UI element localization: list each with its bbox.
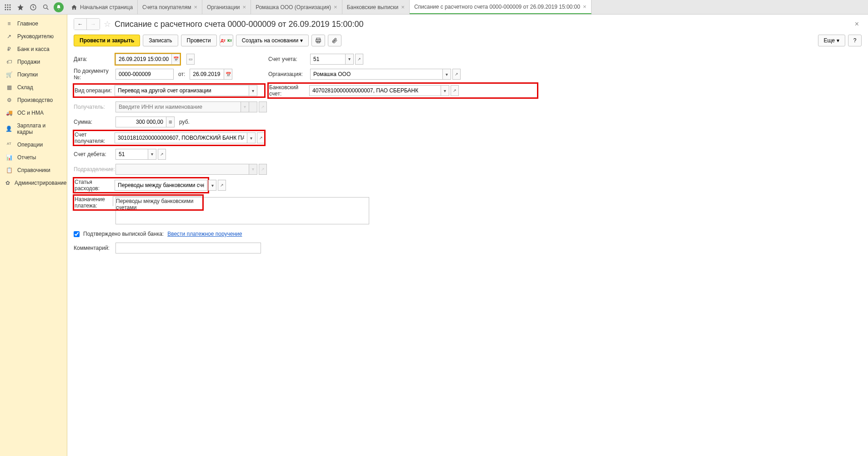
currency-label: руб. — [179, 119, 190, 125]
notifications-icon[interactable] — [53, 1, 65, 13]
dt-kt-button[interactable]: ДтКт — [220, 35, 233, 46]
dropdown-icon[interactable] — [208, 180, 216, 191]
dropdown-icon — [241, 101, 249, 112]
sidebar-item-production[interactable]: ⚙Производство — [0, 94, 67, 106]
star-icon[interactable] — [15, 1, 26, 13]
sidebar-item-assets[interactable]: 🚚ОС и НМА — [0, 106, 67, 119]
expense-buttons — [208, 180, 226, 191]
close-icon[interactable]: × — [401, 4, 405, 10]
comment-label: Комментарий: — [74, 245, 114, 251]
sidebar-item-purchases[interactable]: 🛒Покупки — [0, 68, 67, 81]
tab-label: Начальная страница — [80, 4, 133, 10]
svg-point-3 — [5, 6, 6, 8]
svg-point-4 — [7, 6, 9, 8]
attach-button[interactable] — [328, 35, 341, 46]
tab-document[interactable]: Списание с расчетного счета 0000-000009 … — [410, 0, 592, 14]
sidebar-item-salary[interactable]: 👤Зарплата и кадры — [0, 119, 67, 138]
at-icon: ᴬᵀ — [5, 142, 13, 148]
open-icon[interactable] — [158, 149, 166, 160]
forward-button[interactable]: → — [87, 19, 100, 30]
debit-input-group — [115, 149, 166, 160]
chevron-down-icon: ▾ — [837, 37, 839, 44]
search-icon[interactable] — [40, 1, 52, 13]
menu-icon: ≡ — [5, 20, 13, 27]
sidebar-item-manager[interactable]: ↗Руководителю — [0, 30, 67, 43]
sidebar-item-label: Продажи — [17, 59, 40, 65]
operation-input[interactable] — [115, 85, 249, 96]
dropdown-icon[interactable] — [148, 149, 156, 160]
history-icon[interactable] — [27, 1, 39, 13]
close-icon[interactable]: × — [194, 4, 197, 10]
ruble-icon: ₽ — [5, 46, 13, 52]
close-icon[interactable]: × — [334, 4, 337, 10]
open-icon[interactable] — [452, 69, 461, 80]
print-button[interactable] — [311, 35, 325, 46]
tab-home[interactable]: Начальная страница — [66, 0, 138, 14]
post-close-button[interactable]: Провести и закрыть — [74, 35, 140, 46]
comment-input[interactable] — [115, 243, 261, 253]
account-input-group — [310, 54, 363, 65]
tab-bank-statements[interactable]: Банковские выписки × — [342, 0, 410, 14]
close-icon[interactable]: × — [243, 4, 246, 10]
sidebar-item-sales[interactable]: 🏷Продажи — [0, 56, 67, 68]
close-icon[interactable]: × — [583, 3, 587, 10]
rcv-acc-input[interactable] — [115, 132, 247, 143]
org-input[interactable] — [310, 69, 443, 80]
rcv-acc-label: Счет получателя: — [75, 132, 113, 144]
confirm-checkbox[interactable] — [74, 231, 80, 237]
docnum-input-group — [115, 69, 174, 80]
dropdown-icon[interactable] — [247, 132, 256, 143]
sidebar-item-label: Операции — [17, 142, 43, 148]
payment-order-link[interactable]: Ввести платежное поручение — [167, 231, 242, 237]
sidebar-item-operations[interactable]: ᴬᵀОперации — [0, 138, 67, 151]
svg-point-6 — [5, 9, 6, 10]
dropdown-icon[interactable] — [441, 85, 449, 96]
sidebar-item-main[interactable]: ≡Главное — [0, 17, 67, 30]
sidebar-item-catalogs[interactable]: 📋Справочники — [0, 164, 67, 177]
sum-input[interactable] — [115, 117, 166, 127]
open-icon[interactable] — [257, 132, 265, 143]
create-based-button[interactable]: Создать на основании ▾ — [236, 35, 309, 46]
calc-icon[interactable] — [166, 117, 175, 127]
calendar-icon[interactable] — [172, 54, 180, 65]
sidebar-item-reports[interactable]: 📊Отчеты — [0, 151, 67, 164]
dropdown-icon[interactable] — [249, 85, 257, 96]
apps-icon[interactable] — [2, 1, 14, 13]
sum-input-group — [115, 117, 175, 127]
docdate-input[interactable] — [190, 69, 224, 80]
settings-icon: ✿ — [5, 180, 10, 186]
favorite-icon[interactable]: ☆ — [104, 19, 111, 29]
tab-organizations[interactable]: Организации × — [202, 0, 251, 14]
account-input[interactable] — [310, 54, 346, 65]
bank-input[interactable] — [309, 85, 441, 96]
sidebar-item-label: Администрирование — [15, 180, 66, 186]
expense-input[interactable] — [115, 180, 207, 191]
recipient-label: Получатель: — [74, 104, 114, 110]
post-button[interactable]: Провести — [181, 35, 217, 46]
dropdown-icon[interactable] — [346, 54, 354, 65]
back-button[interactable]: ← — [74, 19, 87, 30]
dept-label: Подразделение: — [74, 166, 114, 172]
calendar-icon[interactable] — [224, 69, 232, 80]
tab-invoices[interactable]: Счета покупателям × — [138, 0, 202, 14]
debit-input[interactable] — [115, 149, 148, 160]
close-doc-button[interactable]: × — [852, 20, 862, 28]
save-button[interactable]: Записать — [143, 35, 178, 46]
dropdown-icon[interactable] — [443, 69, 451, 80]
open-icon[interactable] — [451, 85, 459, 96]
help-button[interactable]: ? — [848, 35, 862, 46]
more-button[interactable]: Еще ▾ — [818, 35, 845, 46]
tab-organization-card[interactable]: Ромашка ООО (Организация) × — [251, 0, 342, 14]
docdate-from-label: от: — [178, 71, 185, 77]
date-input[interactable] — [115, 54, 172, 65]
recipient-input-group — [115, 101, 267, 112]
docnum-input[interactable] — [115, 69, 174, 80]
sidebar-item-warehouse[interactable]: ▦Склад — [0, 81, 67, 94]
open-icon[interactable] — [218, 180, 226, 191]
sidebar-item-bank[interactable]: ₽Банк и касса — [0, 43, 67, 56]
period-button[interactable] — [186, 54, 195, 65]
open-icon — [259, 164, 267, 175]
recipient-input[interactable] — [115, 101, 241, 112]
sidebar-item-admin[interactable]: ✿Администрирование — [0, 177, 67, 189]
open-icon[interactable] — [355, 54, 363, 65]
